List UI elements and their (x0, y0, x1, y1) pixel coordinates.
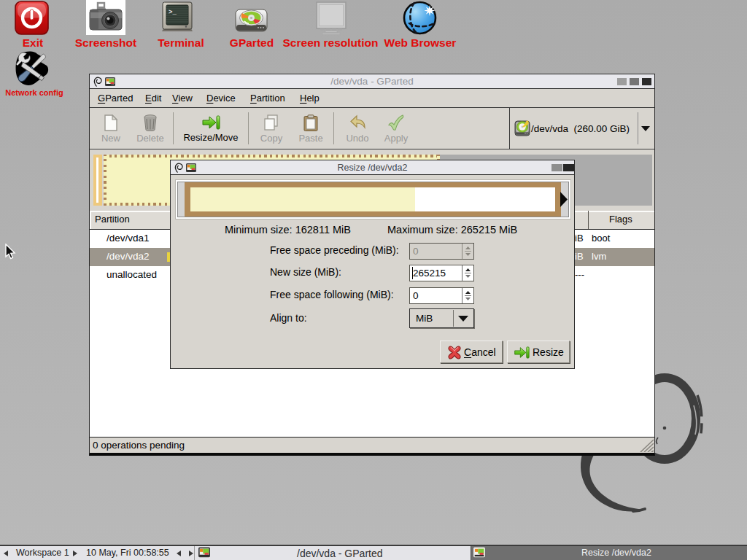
svg-text:>_: >_ (169, 9, 177, 16)
